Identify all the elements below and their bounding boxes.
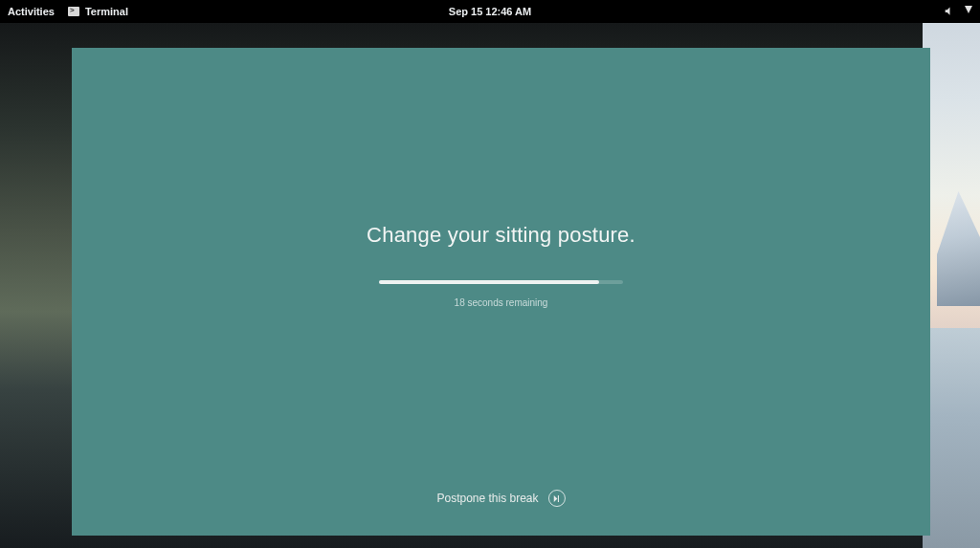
progress-fill: [379, 280, 599, 284]
clock[interactable]: Sep 15 12:46 AM: [449, 6, 531, 17]
top-bar-left: Activities Terminal: [8, 6, 128, 17]
power-icon: [965, 6, 972, 17]
volume-icon: [945, 6, 955, 18]
remaining-time-label: 18 seconds remaining: [455, 297, 548, 308]
app-menu-label: Terminal: [85, 6, 128, 17]
break-message: Change your sitting posture.: [367, 223, 635, 248]
break-overlay: Change your sitting posture. 18 seconds …: [72, 48, 930, 536]
activities-button[interactable]: Activities: [8, 6, 55, 17]
postpone-label: Postpone this break: [436, 492, 538, 505]
terminal-icon: [68, 7, 79, 16]
postpone-button[interactable]: Postpone this break: [436, 490, 565, 507]
wallpaper-water: [923, 328, 980, 548]
top-bar: Activities Terminal Sep 15 12:46 AM: [0, 0, 980, 23]
system-status-area[interactable]: [945, 6, 972, 18]
skip-icon: [548, 490, 566, 507]
break-progress: [379, 280, 623, 284]
app-menu[interactable]: Terminal: [68, 6, 128, 17]
